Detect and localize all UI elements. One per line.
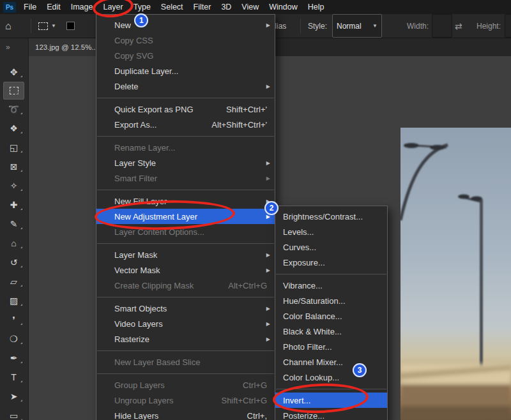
menu-item-label: Smart Filter xyxy=(114,174,157,183)
menu-item-rasterize[interactable]: Rasterize▶ xyxy=(96,331,275,347)
menu-separator xyxy=(96,186,275,193)
history-brush-tool[interactable]: ↺ xyxy=(0,253,27,272)
crop-tool[interactable]: ◱ xyxy=(0,138,27,157)
menu-item-new-adjustment-layer[interactable]: New Adjustment Layer▶ xyxy=(96,209,275,224)
menu-item-label: Quick Export as PNG xyxy=(114,105,194,114)
object-selection-icon: ❖ xyxy=(10,123,18,133)
tool-preset-picker[interactable]: ▼ xyxy=(38,14,56,38)
menu-item-label: Ungroup Layers xyxy=(114,396,174,405)
menu-item-ungroup-layers[interactable]: Ungroup LayersShift+Ctrl+G xyxy=(96,393,275,408)
submenu-item-hue-saturation[interactable]: Hue/Saturation... xyxy=(275,293,387,308)
submenu-arrow-icon: ▶ xyxy=(266,336,270,342)
menu-item-layer-style[interactable]: Layer Style▶ xyxy=(96,155,275,170)
menu-item-smart-filter[interactable]: Smart Filter▶ xyxy=(96,170,275,186)
eyedropper-tool[interactable]: ✧ xyxy=(0,176,27,195)
submenu-item-levels[interactable]: Levels... xyxy=(275,224,387,239)
menu-item-vector-mask[interactable]: Vector Mask▶ xyxy=(96,262,275,278)
menu-item-layer-mask[interactable]: Layer Mask▶ xyxy=(96,247,275,262)
pen-icon: ✒ xyxy=(10,353,18,363)
menu-item-rename-layer[interactable]: Rename Layer... xyxy=(96,140,275,155)
clone-stamp-tool[interactable]: ⌂ xyxy=(0,234,27,253)
menubar-item-select[interactable]: Select xyxy=(156,0,188,14)
pen-tool[interactable]: ✒ xyxy=(0,349,27,368)
brush-tool[interactable]: ✎ xyxy=(0,214,27,234)
submenu-item-posterize[interactable]: Posterize... xyxy=(275,408,387,420)
frame-tool[interactable]: ⊠ xyxy=(0,157,27,176)
menu-item-copy-css[interactable]: Copy CSS xyxy=(96,33,275,48)
menu-item-quick-export-png[interactable]: Quick Export as PNGShift+Ctrl+' xyxy=(96,101,275,117)
style-dropdown[interactable]: Normal ▼ xyxy=(332,14,382,38)
toolbar-collapse-button[interactable]: » xyxy=(0,38,28,56)
submenu-item-black-and-white[interactable]: Black & White... xyxy=(275,324,387,339)
menubar-item-edit[interactable]: Edit xyxy=(42,0,66,14)
submenu-item-vibrance[interactable]: Vibrance... xyxy=(275,278,387,293)
menu-item-smart-objects[interactable]: Smart Objects▶ xyxy=(96,301,275,316)
submenu-item-color-balance[interactable]: Color Balance... xyxy=(275,308,387,324)
move-tool[interactable]: ✥ xyxy=(0,63,27,82)
new-selection-mode-button[interactable] xyxy=(66,14,75,38)
menu-item-hide-layers[interactable]: Hide LayersCtrl+, xyxy=(96,408,275,420)
menu-item-label: Levels... xyxy=(283,227,314,237)
object-selection-tool[interactable]: ❖ xyxy=(0,119,27,138)
menu-item-label: Photo Filter... xyxy=(283,342,332,352)
menu-shortcut: Ctrl+, xyxy=(247,411,267,420)
menu-item-label: Color Balance... xyxy=(283,311,342,321)
menu-item-label: Rename Layer... xyxy=(114,143,175,153)
menu-item-duplicate-layer[interactable]: Duplicate Layer... xyxy=(96,63,275,79)
healing-brush-tool[interactable]: ✚ xyxy=(0,195,27,214)
gradient-tool[interactable]: ▨ xyxy=(0,291,27,310)
menu-item-new-layer-based-slice[interactable]: New Layer Based Slice xyxy=(96,354,275,370)
menu-item-label: Curves... xyxy=(283,243,316,252)
menu-item-layer-content-options[interactable]: Layer Content Options... xyxy=(96,224,275,239)
rectangular-marquee-tool[interactable] xyxy=(3,82,24,100)
submenu-item-curves[interactable]: Curves... xyxy=(275,239,387,255)
rectangle-tool[interactable]: ▭ xyxy=(0,406,27,420)
menubar-item-type[interactable]: Type xyxy=(128,0,156,14)
crop-icon: ◱ xyxy=(10,142,18,153)
width-input[interactable] xyxy=(432,14,452,38)
menubar-item-view[interactable]: View xyxy=(236,0,264,14)
menubar-item-window[interactable]: Window xyxy=(264,0,302,14)
dodge-tool[interactable]: ❍ xyxy=(0,329,27,349)
menu-item-new[interactable]: New▶ xyxy=(96,17,275,33)
submenu-item-exposure[interactable]: Exposure... xyxy=(275,255,387,270)
submenu-arrow-icon: ▶ xyxy=(266,306,270,311)
menubar-item-3d[interactable]: 3D xyxy=(216,0,236,14)
submenu-item-photo-filter[interactable]: Photo Filter... xyxy=(275,339,387,354)
menu-item-create-clipping-mask[interactable]: Create Clipping MaskAlt+Ctrl+G xyxy=(96,278,275,293)
frame-icon: ⊠ xyxy=(10,161,18,172)
submenu-item-brightness-contrast[interactable]: Brightness/Contrast... xyxy=(275,209,387,224)
submenu-item-channel-mixer[interactable]: Channel Mixer... xyxy=(275,354,387,370)
swap-dimensions-icon[interactable]: ⇄ xyxy=(455,14,462,38)
menu-item-video-layers[interactable]: Video Layers▶ xyxy=(96,316,275,331)
submenu-item-invert[interactable]: Invert... xyxy=(275,393,387,408)
menubar-item-filter[interactable]: Filter xyxy=(188,0,217,14)
path-selection-tool[interactable]: ➤ xyxy=(0,387,27,406)
menu-item-copy-svg[interactable]: Copy SVG xyxy=(96,48,275,63)
lasso-tool[interactable]: ➰ xyxy=(0,100,27,119)
height-input[interactable] xyxy=(505,14,511,38)
menu-separator xyxy=(96,132,275,140)
submenu-arrow-icon: ▶ xyxy=(266,22,270,28)
menu-item-export-as[interactable]: Export As...Alt+Shift+Ctrl+' xyxy=(96,117,275,132)
menu-item-new-fill-layer[interactable]: New Fill Layer▶ xyxy=(96,193,275,209)
menubar-item-help[interactable]: Help xyxy=(303,0,330,14)
lasso-icon: ➰ xyxy=(8,104,19,114)
submenu-item-color-lookup[interactable]: Color Lookup... xyxy=(275,370,387,385)
new-selection-icon xyxy=(66,22,75,30)
menu-item-label: Black & White... xyxy=(283,327,342,336)
menu-item-label: Exposure... xyxy=(283,258,325,267)
blur-tool[interactable]: ❜ xyxy=(0,310,27,329)
eraser-tool[interactable]: ▱ xyxy=(0,272,27,291)
menu-item-label: Copy SVG xyxy=(114,51,153,61)
menu-item-delete[interactable]: Delete▶ xyxy=(96,79,275,94)
menu-shortcut: Alt+Ctrl+G xyxy=(228,281,267,290)
menubar-item-layer[interactable]: Layer 1 xyxy=(98,0,128,14)
type-tool[interactable]: T xyxy=(0,368,27,387)
chevron-down-icon: ▼ xyxy=(51,23,56,29)
home-icon[interactable]: ⌂ xyxy=(5,14,11,38)
menubar-item-file[interactable]: File xyxy=(19,0,42,14)
style-dropdown-value: Normal xyxy=(337,22,362,31)
photoshop-logo[interactable]: Ps xyxy=(3,2,16,13)
menu-item-group-layers[interactable]: Group LayersCtrl+G xyxy=(96,377,275,393)
